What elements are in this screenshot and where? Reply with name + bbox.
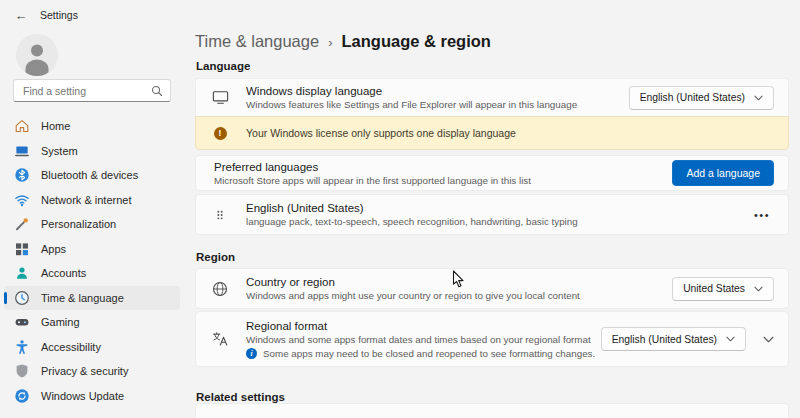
drag-dots-icon bbox=[215, 208, 225, 222]
update-arrows-icon bbox=[14, 388, 30, 404]
info-icon: i bbox=[246, 348, 257, 359]
accessibility-person-icon bbox=[14, 339, 30, 355]
sidebar-item-label: Bluetooth & devices bbox=[41, 169, 138, 181]
gamepad-icon bbox=[14, 314, 30, 330]
search-icon bbox=[151, 85, 163, 97]
row-subtitle: Windows features like Settings and File … bbox=[246, 99, 629, 111]
row-subtitle: Windows and apps might use your country … bbox=[246, 290, 672, 302]
sidebar-item-label: System bbox=[41, 145, 78, 157]
row-text: Windows display language Windows feature… bbox=[246, 84, 629, 111]
sidebar-item-label: Apps bbox=[41, 243, 66, 255]
sidebar-item-label: Privacy & security bbox=[41, 365, 128, 377]
brush-icon bbox=[14, 216, 30, 232]
license-warning-banner: ! Your Windows license only supports one… bbox=[195, 116, 789, 150]
row-text: Regional format Windows and some apps fo… bbox=[246, 319, 601, 359]
sidebar-item-personalization[interactable]: Personalization bbox=[4, 212, 180, 236]
apps-grid-icon bbox=[14, 241, 30, 257]
search-input[interactable] bbox=[21, 84, 151, 98]
monitor-icon bbox=[210, 88, 230, 107]
country-dropdown[interactable]: United States bbox=[672, 277, 774, 301]
section-header-related-settings: Related settings bbox=[196, 391, 285, 403]
sidebar: Home System Bluetooth & devices Network … bbox=[0, 30, 186, 418]
row-subtitle: language pack, text-to-speech, speech re… bbox=[246, 216, 750, 228]
home-icon bbox=[14, 118, 30, 134]
sidebar-item-label: Personalization bbox=[41, 218, 116, 230]
row-text: Preferred languages Microsoft Store apps… bbox=[210, 160, 672, 187]
country-region-row: Country or region Windows and apps might… bbox=[195, 268, 789, 309]
chevron-down-icon bbox=[754, 95, 763, 101]
person-icon bbox=[16, 34, 58, 76]
sidebar-item-label: Time & language bbox=[41, 292, 124, 304]
preferred-languages-row: Preferred languages Microsoft Store apps… bbox=[195, 155, 789, 191]
warning-text: Your Windows license only supports one d… bbox=[246, 127, 516, 139]
sidebar-nav: Home System Bluetooth & devices Network … bbox=[4, 114, 180, 408]
drag-handle[interactable] bbox=[210, 208, 230, 222]
sidebar-item-system[interactable]: System bbox=[4, 139, 180, 163]
sidebar-item-accessibility[interactable]: Accessibility bbox=[4, 335, 180, 359]
sidebar-item-label: Windows Update bbox=[41, 390, 124, 402]
globe-icon bbox=[210, 280, 230, 298]
info-line: i Some apps may need to be closed and re… bbox=[246, 348, 601, 359]
section-header-region: Region bbox=[196, 251, 235, 263]
page-title: Language & region bbox=[341, 32, 490, 51]
dropdown-value: United States bbox=[683, 283, 745, 294]
display-language-dropdown[interactable]: English (United States) bbox=[629, 86, 774, 110]
sidebar-item-label: Home bbox=[41, 120, 70, 132]
shield-icon bbox=[14, 363, 30, 379]
row-title: English (United States) bbox=[246, 201, 750, 215]
more-options-button[interactable]: ••• bbox=[750, 207, 774, 223]
windows-display-language-row: Windows display language Windows feature… bbox=[195, 78, 789, 116]
sidebar-item-label: Gaming bbox=[41, 316, 80, 328]
dropdown-value: English (United States) bbox=[612, 334, 717, 345]
row-text: Country or region Windows and apps might… bbox=[246, 275, 672, 302]
row-title: Regional format bbox=[246, 319, 601, 333]
user-avatar[interactable] bbox=[16, 34, 58, 76]
row-text: English (United States) language pack, t… bbox=[246, 201, 750, 228]
wifi-icon bbox=[14, 192, 30, 208]
warning-icon: ! bbox=[210, 127, 230, 140]
row-title: Country or region bbox=[246, 275, 672, 289]
sidebar-item-label: Network & internet bbox=[41, 194, 131, 206]
expand-row-button[interactable] bbox=[763, 336, 774, 343]
keyboard-icon bbox=[210, 414, 230, 418]
sidebar-item-privacy-security[interactable]: Privacy & security bbox=[4, 359, 180, 383]
back-button[interactable]: ← bbox=[8, 3, 34, 27]
dropdown-value: English (United States) bbox=[640, 92, 745, 103]
system-icon bbox=[14, 143, 30, 159]
bluetooth-icon bbox=[14, 167, 30, 183]
sidebar-item-network-internet[interactable]: Network & internet bbox=[4, 188, 180, 212]
breadcrumb-parent[interactable]: Time & language bbox=[195, 32, 319, 51]
sidebar-item-apps[interactable]: Apps bbox=[4, 237, 180, 261]
info-text: Some apps may need to be closed and reop… bbox=[263, 348, 595, 359]
add-language-button[interactable]: Add a language bbox=[672, 160, 774, 186]
titlebar: ← Settings bbox=[0, 0, 800, 30]
section-header-language: Language bbox=[196, 60, 250, 72]
sidebar-item-gaming[interactable]: Gaming bbox=[4, 310, 180, 334]
typing-row[interactable]: Typing bbox=[195, 403, 789, 418]
sidebar-item-label: Accounts bbox=[41, 267, 86, 279]
app-title: Settings bbox=[40, 9, 78, 21]
sidebar-item-accounts[interactable]: Accounts bbox=[4, 261, 180, 285]
row-title: Preferred languages bbox=[214, 160, 672, 174]
sidebar-item-label: Accessibility bbox=[41, 341, 101, 353]
row-subtitle: Microsoft Store apps will appear in the … bbox=[214, 175, 672, 187]
regional-format-row: Regional format Windows and some apps fo… bbox=[195, 311, 789, 367]
sidebar-item-home[interactable]: Home bbox=[4, 114, 180, 138]
language-format-icon bbox=[210, 330, 230, 348]
search-box[interactable] bbox=[13, 79, 171, 102]
row-title: Windows display language bbox=[246, 84, 629, 98]
chevron-down-icon bbox=[726, 336, 735, 342]
breadcrumb-separator: › bbox=[328, 34, 332, 50]
row-subtitle: Windows and some apps format dates and t… bbox=[246, 334, 601, 346]
breadcrumb: Time & language › Language & region bbox=[195, 32, 491, 51]
chevron-down-icon bbox=[754, 286, 763, 292]
sidebar-item-bluetooth-devices[interactable]: Bluetooth & devices bbox=[4, 163, 180, 187]
account-person-icon bbox=[14, 265, 30, 281]
sidebar-item-time-language[interactable]: Time & language bbox=[4, 286, 180, 310]
language-item-row: English (United States) language pack, t… bbox=[195, 194, 789, 235]
chevron-down-icon bbox=[763, 336, 774, 343]
clock-icon bbox=[14, 290, 30, 306]
sidebar-item-windows-update[interactable]: Windows Update bbox=[4, 384, 180, 408]
back-arrow-icon: ← bbox=[15, 8, 28, 23]
regional-format-dropdown[interactable]: English (United States) bbox=[601, 327, 746, 351]
